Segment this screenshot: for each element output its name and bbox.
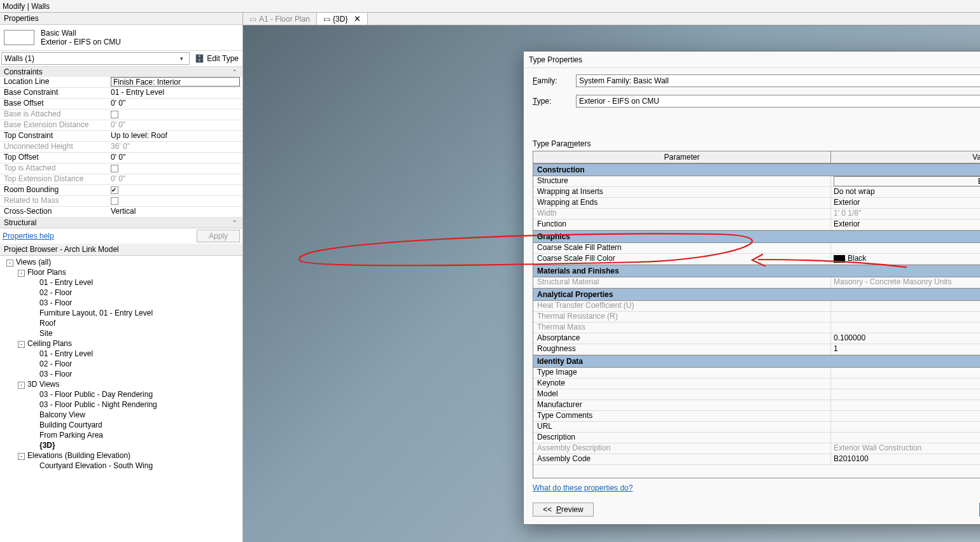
tree-item[interactable]: -Views (all)	[3, 257, 240, 267]
edit-type-button[interactable]: 🗄️ Edit Type	[191, 52, 242, 66]
param-row[interactable]: FunctionExterior	[533, 219, 980, 230]
properties-help-link[interactable]: Properties help	[3, 232, 54, 240]
color-swatch-icon	[834, 255, 845, 263]
tree-item[interactable]: -3D Views	[3, 379, 240, 389]
tree-item[interactable]: 01 - Entry Level	[3, 349, 240, 359]
prop-row[interactable]: Room Bounding	[0, 185, 242, 196]
tree-item[interactable]: Furniture Layout, 01 - Entry Level	[3, 308, 240, 318]
checkbox-icon	[111, 197, 118, 205]
tree-expand-icon[interactable]: -	[18, 270, 25, 277]
instance-filter-dropdown[interactable]: Walls (1) ▾	[1, 52, 190, 65]
properties-apply-button[interactable]: Apply	[197, 230, 240, 242]
type-family: Basic Wall	[41, 29, 239, 38]
document-icon: ▭	[249, 15, 256, 24]
tree-item[interactable]: 02 - Floor	[3, 288, 240, 298]
param-row[interactable]: Type Comments	[533, 411, 980, 422]
param-row[interactable]: URL	[533, 422, 980, 433]
dialog-title: Type Properties	[529, 55, 582, 64]
tree-item[interactable]: Courtyard Elevation - South Wing	[3, 461, 240, 471]
tree-item[interactable]: -Floor Plans	[3, 267, 240, 277]
chevron-up-icon: ⌃	[232, 69, 239, 75]
checkbox-icon[interactable]	[111, 186, 118, 194]
tree-item[interactable]: -Ceiling Plans	[3, 338, 240, 349]
tree-expand-icon[interactable]: -	[6, 260, 13, 267]
tree-item[interactable]: Roof	[3, 318, 240, 328]
param-row[interactable]: Description	[533, 433, 980, 443]
tree-item[interactable]: From Parking Area	[3, 430, 240, 440]
param-row: Thermal Resistance (R)	[533, 312, 980, 323]
prop-row: Top is Attached	[0, 163, 242, 174]
project-browser-header: Project Browser - Arch Link Model	[0, 244, 242, 256]
tree-item[interactable]: 02 - Floor	[3, 359, 240, 369]
prop-row[interactable]: Top ConstraintUp to level: Roof	[0, 131, 242, 142]
prop-row: Base is Attached	[0, 109, 242, 120]
param-row: Structural MaterialMasonry - Concrete Ma…	[533, 277, 980, 288]
param-row[interactable]: Wrapping at EndsExterior	[533, 198, 980, 209]
prop-row[interactable]: Base Constraint01 - Entry Level	[0, 88, 242, 99]
document-icon: ▭	[323, 15, 330, 24]
value-column-header: Value	[831, 151, 980, 163]
param-row[interactable]: Coarse Scale Fill ColorBlack	[533, 254, 980, 265]
ribbon-context: Modify | Walls	[0, 0, 980, 13]
family-label: Family:	[533, 76, 564, 85]
close-icon[interactable]: ✕	[354, 14, 361, 24]
prop-row[interactable]: Location LineFinish Face: Interior	[0, 77, 242, 88]
checkbox-icon	[111, 111, 118, 118]
param-row: Width1' 0 1/8"	[533, 209, 980, 219]
edit-type-icon: 🗄️	[195, 54, 204, 63]
param-row[interactable]: Manufacturer	[533, 400, 980, 411]
checkbox-icon	[111, 165, 118, 172]
param-group-header[interactable]: Construction⌃	[533, 163, 980, 176]
param-row[interactable]: Wrapping at InsertsDo not wrap	[533, 187, 980, 198]
prop-row[interactable]: Base Offset0' 0"	[0, 99, 242, 109]
param-row[interactable]: Model	[533, 389, 980, 400]
tree-expand-icon[interactable]: -	[18, 341, 25, 348]
chevron-down-icon: ▾	[180, 55, 186, 62]
prop-row[interactable]: Cross-SectionVertical	[0, 207, 242, 218]
type-selector[interactable]: Basic Wall Exterior - EIFS on CMU	[0, 25, 242, 51]
type-name: Exterior - EIFS on CMU	[41, 38, 239, 46]
prop-row: Unconnected Height36' 0"	[0, 142, 242, 153]
tree-item[interactable]: Balcony View	[3, 410, 240, 420]
param-row[interactable]: Type Image	[533, 368, 980, 379]
tree-item[interactable]: Building Courtyard	[3, 420, 240, 430]
type-dropdown[interactable]: Exterior - EIFS on CMU ▾	[576, 95, 980, 108]
tree-item[interactable]: 01 - Entry Level	[3, 277, 240, 288]
tree-expand-icon[interactable]: -	[18, 453, 25, 460]
param-row[interactable]: Keynote	[533, 379, 980, 389]
param-group-header[interactable]: Graphics⌃	[533, 230, 980, 243]
param-row[interactable]: StructureEdit...	[533, 176, 980, 187]
tree-expand-icon[interactable]: -	[18, 382, 25, 389]
view-tab[interactable]: ▭{3D}✕	[317, 13, 368, 25]
tree-item[interactable]: 03 - Floor	[3, 369, 240, 379]
type-properties-dialog: Type Properties ✕ Family: System Family:…	[523, 51, 980, 525]
tree-item[interactable]: {3D}	[3, 440, 240, 450]
prop-row: Base Extension Distance0' 0"	[0, 120, 242, 131]
param-row[interactable]: Absorptance0.100000	[533, 333, 980, 344]
type-label: Type:	[533, 97, 564, 106]
chevron-up-icon: ⌃	[232, 219, 239, 226]
properties-help-link[interactable]: What do these properties do?	[533, 483, 633, 492]
tree-item[interactable]: 03 - Floor	[3, 298, 240, 308]
tree-item[interactable]: 03 - Floor Public - Night Rendering	[3, 400, 240, 410]
param-row[interactable]: Coarse Scale Fill Pattern	[533, 243, 980, 254]
param-group-header[interactable]: Analytical Properties⌃	[533, 288, 980, 301]
tree-item[interactable]: -Elevations (Building Elevation)	[3, 450, 240, 461]
tree-item[interactable]: Site	[3, 328, 240, 338]
family-dropdown[interactable]: System Family: Basic Wall ▾	[576, 74, 980, 87]
param-group-header[interactable]: Identity Data⌃	[533, 355, 980, 368]
type-params-label: Type Parameters	[533, 139, 980, 148]
param-row[interactable]: Roughness1	[533, 344, 980, 355]
prop-group-header[interactable]: Structural⌃	[0, 218, 242, 228]
param-group-header[interactable]: Materials and Finishes⌃	[533, 265, 980, 277]
prop-group-header[interactable]: Constraints⌃	[0, 67, 242, 77]
param-row: Heat Transfer Coefficient (U)	[533, 301, 980, 312]
tree-item[interactable]: 03 - Floor Public - Day Rendering	[3, 389, 240, 400]
view-tab[interactable]: ▭A1 - Floor Plan	[243, 13, 317, 25]
edit-cell-button[interactable]: Edit...	[834, 176, 980, 186]
prop-row: Top Extension Distance0' 0"	[0, 174, 242, 185]
param-row[interactable]: Assembly CodeB2010100	[533, 454, 980, 465]
prop-row[interactable]: Top Offset0' 0"	[0, 153, 242, 163]
ribbon-context-label: Modify | Walls	[3, 2, 50, 11]
preview-button[interactable]: << Preview	[533, 503, 594, 517]
